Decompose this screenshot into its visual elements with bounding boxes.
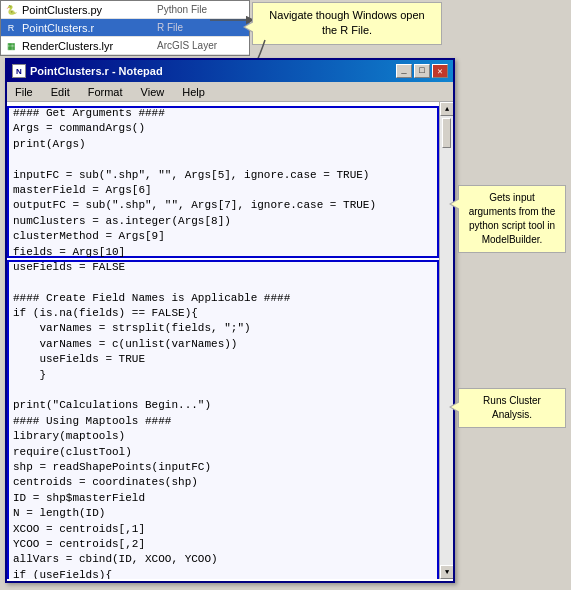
code-scroll: #### Get Arguments #### Args = commandAr… [7,102,439,579]
menubar: File Edit Format View Help [7,82,453,102]
menu-file[interactable]: File [12,85,36,99]
titlebar-buttons: _ □ ✕ [396,64,448,78]
scroll-thumb[interactable] [442,118,451,148]
callout-arguments-text: Gets input arguments from the python scr… [469,192,556,245]
callout-navigate: Navigate though Windows open the R File. [252,2,442,45]
callout-navigate-text: Navigate though Windows open the R File. [269,9,424,36]
scroll-up-button[interactable]: ▲ [440,102,453,116]
python-icon: 🐍 [3,3,19,17]
menu-view[interactable]: View [138,85,168,99]
r-icon: R [3,21,19,35]
menu-edit[interactable]: Edit [48,85,73,99]
menu-format[interactable]: Format [85,85,126,99]
code-area[interactable]: #### Get Arguments #### Args = commandAr… [7,102,453,579]
titlebar-left: N PointClusters.r - Notepad [12,64,163,78]
menu-help[interactable]: Help [179,85,208,99]
callout-arguments: Gets input arguments from the python scr… [458,185,566,253]
layer-icon: ▦ [3,39,19,53]
callout-cluster: Runs Cluster Analysis. [458,388,566,428]
minimize-button[interactable]: _ [396,64,412,78]
close-button[interactable]: ✕ [432,64,448,78]
maximize-button[interactable]: □ [414,64,430,78]
notepad-icon: N [12,64,26,78]
window-title: PointClusters.r - Notepad [30,65,163,77]
scroll-track[interactable] [440,116,453,565]
code-content: #### Get Arguments #### Args = commandAr… [7,102,439,579]
notepad-window: N PointClusters.r - Notepad _ □ ✕ File E… [5,58,455,583]
file-name-py: PointClusters.py [22,4,157,16]
titlebar: N PointClusters.r - Notepad _ □ ✕ [7,60,453,82]
callout-cluster-text: Runs Cluster Analysis. [483,395,541,420]
scroll-down-button[interactable]: ▼ [440,565,453,579]
scrollbar-vertical[interactable]: ▲ ▼ [439,102,453,579]
file-name-r: PointClusters.r [22,22,157,34]
file-name-lyr: RenderClusters.lyr [22,40,157,52]
